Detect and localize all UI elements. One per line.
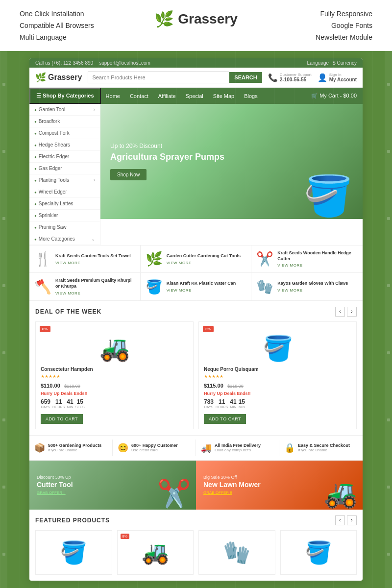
product-thumb-0: 🍴 xyxy=(34,251,51,267)
featured-prev-button[interactable]: ‹ xyxy=(335,515,345,525)
product-name-0: Kraft Seeds Garden Tools Set Towel xyxy=(55,253,135,259)
deal-section-header: DEAL OF THE WEEK ‹ › xyxy=(35,307,357,317)
promo-banner-mower: Big Sale 20% Off New Lawn Mower GRAB OFF… xyxy=(196,461,363,510)
deal-timer-1: 783 Days 11 Hours 41 Min 15 xyxy=(204,398,351,409)
sidebar-item-more[interactable]: ●More Categories ⌄ xyxy=(29,233,100,245)
sidebar-item-broadfork[interactable]: ●Broadfork xyxy=(29,116,100,127)
hero-banner: Up to 20% Discount Agricultura Sprayer P… xyxy=(100,104,363,219)
sidebar-item-pruning[interactable]: ●Pruning Saw xyxy=(29,221,100,233)
product-thumb-3: 🪓 xyxy=(34,279,51,295)
deal-price-1: $115.00 xyxy=(204,383,223,389)
deal-stars-1: ★★★★★ xyxy=(204,374,351,379)
timer-min-1: 41 Min xyxy=(230,398,236,409)
sidebar-item-electric[interactable]: ●Electric Edger xyxy=(29,151,100,163)
add-to-cart-1[interactable]: ADD TO CART xyxy=(204,414,246,424)
deal-prev-button[interactable]: ‹ xyxy=(335,307,345,317)
utility-bar-left: Call us (+6): 122 3456 890 support@local… xyxy=(35,60,150,66)
feature-item-0: 📦 500+ Gardening Products If you are una… xyxy=(29,440,113,456)
utility-bar: Call us (+6): 122 3456 890 support@local… xyxy=(29,58,363,68)
feature-sub-3: If you are unable xyxy=(298,448,350,452)
nav-home[interactable]: Home xyxy=(101,89,125,103)
product-thumb-2: ✂️ xyxy=(256,251,273,267)
add-to-cart-0[interactable]: ADD TO CART xyxy=(41,414,83,424)
top-feature-bar: One Click Installation Compatible All Br… xyxy=(0,0,392,51)
deal-old-price-1: $118.00 xyxy=(227,384,244,389)
promo-title-1: New Lawn Mower xyxy=(203,481,261,489)
product-cell-0: 🍴 Kraft Seeds Garden Tools Set Towel VIE… xyxy=(29,245,141,273)
sidebar-item-planting[interactable]: ●Planting Tools › xyxy=(29,174,100,186)
deal-card-0: 8% 🚜 Consectetur Hampden ★★★★★ $110.00 $… xyxy=(35,321,194,429)
promo-banners: Discount 30% Up Cutter Tool GRAB OFFER !… xyxy=(29,461,363,510)
product-cell-5: 🧤 Kayos Garden Gloves With Claws VIEW MO… xyxy=(251,273,363,300)
featured-next-button[interactable]: › xyxy=(347,515,357,525)
product-link-4[interactable]: VIEW MORE xyxy=(167,288,246,293)
promo-image-0: ✂️ xyxy=(157,478,191,510)
timer-days-0: 659 Days xyxy=(41,398,50,409)
deal-next-button[interactable]: › xyxy=(347,307,357,317)
timer-hours-0: 11 Hours xyxy=(52,398,65,409)
promo-link-0[interactable]: GRAB OFFER !! xyxy=(37,490,73,495)
utility-currency[interactable]: $ Currency xyxy=(333,60,357,66)
support-label: Customer Support xyxy=(280,73,312,77)
product-link-0[interactable]: VIEW MORE xyxy=(55,261,135,265)
product-thumb-4: 🪣 xyxy=(146,279,163,295)
product-grid: 🍴 Kraft Seeds Garden Tools Set Towel VIE… xyxy=(29,245,363,301)
deal-name-0: Consectetur Hampden xyxy=(41,367,188,372)
nav-contact[interactable]: Contact xyxy=(125,89,153,103)
sidebar: ●Garden Tool › ●Broadfork ●Compost Fork … xyxy=(29,104,100,245)
sidebar-item-wheel[interactable]: ●Wheel Edger xyxy=(29,186,100,198)
nav-special[interactable]: Special xyxy=(181,89,208,103)
sidebar-item-specialty[interactable]: ●Specialty Lattes xyxy=(29,198,100,210)
sidebar-item-compost[interactable]: ●Compost Fork xyxy=(29,127,100,139)
account-group[interactable]: 👤 Sign In My Account xyxy=(318,73,357,82)
account-label: My Account xyxy=(329,77,357,82)
sidebar-item-gas[interactable]: ●Gas Edger xyxy=(29,163,100,174)
feature-one-click: One Click Installation xyxy=(20,10,94,18)
nav-blogs[interactable]: Blogs xyxy=(239,89,263,103)
deals-grid: 8% 🚜 Consectetur Hampden ★★★★★ $110.00 $… xyxy=(35,321,357,429)
sidebar-item-garden-tool[interactable]: ●Garden Tool › xyxy=(29,104,100,116)
product-info-2: Kraft Seeds Wooden Handle Hedge Cutter V… xyxy=(277,250,358,268)
deal-nav-arrows: ‹ › xyxy=(335,307,357,317)
nav-sitemap[interactable]: Site Map xyxy=(208,89,239,103)
product-info-0: Kraft Seeds Garden Tools Set Towel VIEW … xyxy=(55,253,135,265)
nav-affiliate[interactable]: Affiliate xyxy=(153,89,181,103)
product-link-2[interactable]: VIEW MORE xyxy=(277,263,358,268)
feature-title-2: All India Free Delivery xyxy=(215,443,261,448)
feature-icon-2: 🚚 xyxy=(201,442,212,453)
product-link-1[interactable]: VIEW MORE xyxy=(167,261,246,265)
hero-shop-button[interactable]: Shop Now xyxy=(110,169,147,180)
site-logo[interactable]: 🌿 Grassery xyxy=(35,72,82,83)
account-icon: 👤 xyxy=(318,73,327,82)
search-input[interactable] xyxy=(88,72,229,83)
categories-button[interactable]: ☰ Shop By Categories xyxy=(29,88,101,104)
features-left: One Click Installation Compatible All Br… xyxy=(20,10,94,41)
hero-subtitle: Up to 20% Discount xyxy=(110,143,224,149)
header-icons: 📞 Customer Support 2-100-56-55 👤 Sign In… xyxy=(268,73,357,82)
feature-title-0: 500+ Gardening Products xyxy=(48,443,101,448)
product-cell-1: 🌿 Garden Cutter Gardening Cut Tools VIEW… xyxy=(141,245,252,273)
main-wrapper: Call us (+6): 122 3456 890 support@local… xyxy=(0,51,392,588)
timer-sec-0: 15 Secs xyxy=(75,398,85,409)
sidebar-item-sprinkler[interactable]: ●Sprinkler xyxy=(29,210,100,221)
search-button[interactable]: SEARCH xyxy=(229,72,262,83)
feature-multilang: Multi Language xyxy=(20,33,94,41)
product-name-2: Kraft Seeds Wooden Handle Hedge Cutter xyxy=(277,250,358,262)
logo-text-large: Grassery xyxy=(178,11,237,27)
brand-logo-large[interactable]: 🌿 Grassery xyxy=(154,10,237,28)
promo-text-0: Discount 30% Up Cutter Tool GRAB OFFER !… xyxy=(37,475,73,495)
featured-grid: 🪣 8% 🚜 🧤 🪣 xyxy=(35,530,357,575)
promo-link-1[interactable]: GRAB OFFER !! xyxy=(203,490,261,495)
nav-cart[interactable]: 🛒 My Cart - $0.00 xyxy=(305,89,363,103)
nav-links: Home Contact Affiliate Special Site Map … xyxy=(101,89,263,103)
product-link-3[interactable]: VIEW MORE xyxy=(55,291,135,295)
featured-card-0: 🪣 xyxy=(35,530,112,575)
sidebar-item-hedge[interactable]: ●Hedge Shears xyxy=(29,139,100,151)
chevron-down-icon-more: ⌄ xyxy=(91,236,95,242)
utility-language[interactable]: Language xyxy=(307,60,329,66)
hero-product-image: 🪣 xyxy=(304,173,353,219)
product-link-5[interactable]: VIEW MORE xyxy=(277,288,358,293)
utility-bar-right: Language $ Currency xyxy=(307,60,357,66)
site-header: 🌿 Grassery SEARCH 📞 Customer Support 2-1… xyxy=(29,68,363,88)
deal-stars-0: ★★★★★ xyxy=(41,374,188,379)
